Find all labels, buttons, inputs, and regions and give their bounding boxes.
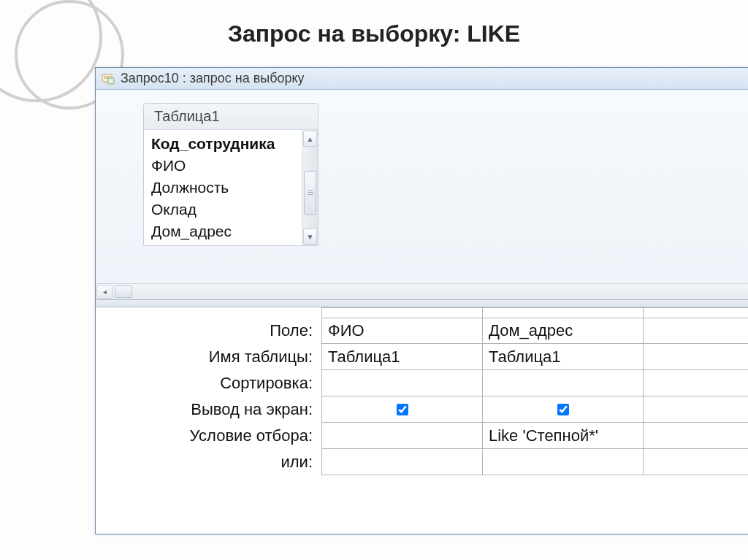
- query-design-grid: Поле: ФИО Дом_адрес Имя таблицы: Таблица…: [96, 307, 748, 475]
- scroll-down-button[interactable]: ▼: [303, 229, 317, 245]
- grid-cell-empty[interactable]: [644, 423, 748, 449]
- hscroll-thumb[interactable]: [115, 285, 132, 298]
- row-label-field: Поле:: [96, 318, 322, 344]
- slide-title: Запрос на выборку: LIKE: [0, 0, 748, 59]
- window-titlebar[interactable]: Запрос10 : запрос на выборку: [96, 68, 748, 90]
- grid-cell-or[interactable]: [483, 449, 644, 475]
- grid-cell-empty[interactable]: [644, 396, 748, 423]
- field-list-scrollbar[interactable]: ▲ ▼: [302, 130, 318, 245]
- show-checkbox[interactable]: [397, 404, 408, 415]
- grid-cell-empty[interactable]: [644, 318, 748, 344]
- field-item[interactable]: Код_сотрудника: [144, 133, 302, 155]
- row-label-or: или:: [96, 449, 322, 475]
- table-box-title: Таблица1: [144, 104, 318, 130]
- grid-cell-sort[interactable]: [483, 370, 644, 396]
- scroll-thumb[interactable]: [304, 171, 316, 215]
- tables-pane: Таблица1 Код_сотрудника ФИО Должность Ок…: [96, 90, 748, 300]
- grid-cell-or[interactable]: [322, 449, 483, 475]
- grid-cell-table[interactable]: Таблица1: [483, 344, 644, 370]
- grid-cell-criteria[interactable]: Like 'Степной*': [483, 423, 644, 449]
- field-item[interactable]: Должность: [144, 177, 302, 199]
- grid-cell-empty[interactable]: [644, 449, 748, 475]
- grid-cell-field[interactable]: Дом_адрес: [483, 318, 644, 344]
- row-label-criteria: Условие отбора:: [96, 423, 322, 449]
- field-item[interactable]: ФИО: [144, 155, 302, 177]
- scroll-left-button[interactable]: ◂: [96, 285, 112, 299]
- row-label-table: Имя таблицы:: [96, 344, 322, 370]
- grid-cell-table[interactable]: Таблица1: [322, 344, 483, 370]
- field-item[interactable]: Оклад: [144, 199, 302, 220]
- row-label-sort: Сортировка:: [96, 370, 322, 396]
- grid-cell-show[interactable]: [322, 396, 483, 423]
- grid-cell-sort[interactable]: [322, 370, 483, 396]
- upper-horizontal-scrollbar[interactable]: ◂: [96, 283, 748, 299]
- pane-splitter[interactable]: [96, 300, 748, 307]
- field-list[interactable]: Код_сотрудника ФИО Должность Оклад Дом_а…: [144, 130, 302, 245]
- grid-cell-show[interactable]: [483, 396, 644, 423]
- scroll-up-button[interactable]: ▲: [303, 131, 317, 147]
- show-checkbox[interactable]: [557, 404, 569, 415]
- table-source-box[interactable]: Таблица1 Код_сотрудника ФИО Должность Ок…: [143, 103, 318, 246]
- query-icon: [102, 72, 115, 85]
- row-label-show: Вывод на экран:: [96, 396, 322, 423]
- grid-cell-criteria[interactable]: [322, 423, 483, 449]
- access-query-window: Запрос10 : запрос на выборку Таблица1 Ко…: [95, 67, 748, 534]
- window-title-text: Запрос10 : запрос на выборку: [121, 71, 305, 86]
- scroll-track[interactable]: [304, 147, 316, 228]
- grid-cell-empty[interactable]: [644, 370, 748, 396]
- grid-cell-empty[interactable]: [644, 344, 748, 370]
- grid-cell-field[interactable]: ФИО: [322, 318, 483, 344]
- field-item[interactable]: Дом_адрес: [144, 220, 302, 242]
- hscroll-track[interactable]: [113, 284, 748, 299]
- svg-rect-3: [108, 78, 114, 84]
